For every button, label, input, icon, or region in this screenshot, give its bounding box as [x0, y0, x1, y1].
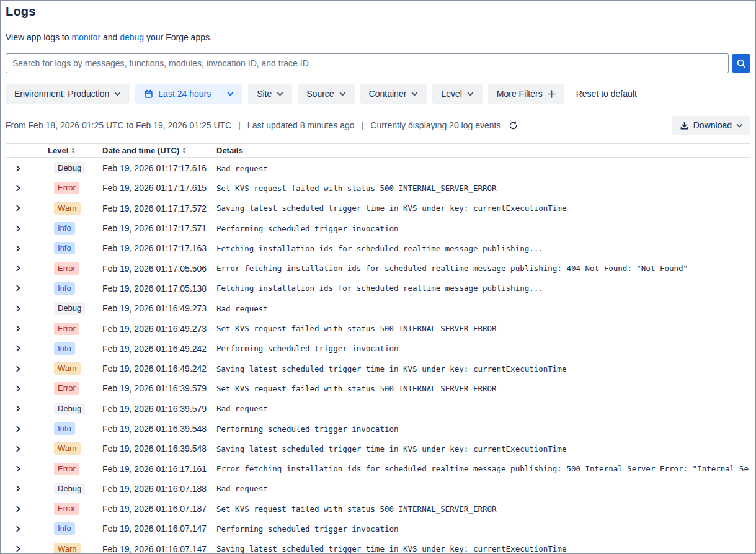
- table-row[interactable]: Debug Feb 19, 2026 01:16:49.273 Bad requ…: [6, 298, 750, 318]
- expand-row-button[interactable]: [14, 324, 23, 333]
- filter-bar: Environment: Production Last 24 hours Si…: [6, 84, 750, 104]
- table-row[interactable]: Info Feb 19, 2026 01:17:17.571 Performin…: [6, 218, 750, 238]
- environment-filter[interactable]: Environment: Production: [6, 84, 130, 104]
- level-cell: Error: [48, 182, 102, 194]
- table-row[interactable]: Info Feb 19, 2026 01:17:17.163 Fetching …: [6, 238, 750, 258]
- expand-row-button[interactable]: [14, 244, 23, 253]
- details-cell: Set KVS request failed with status 500 I…: [216, 184, 750, 193]
- table-row[interactable]: Error Feb 19, 2026 01:17:17.615 Set KVS …: [6, 178, 750, 198]
- container-filter[interactable]: Container: [360, 84, 427, 104]
- expand-row-button[interactable]: [14, 224, 23, 233]
- source-filter[interactable]: Source: [298, 84, 354, 104]
- sort-icon[interactable]: [71, 148, 75, 153]
- expand-row-button[interactable]: [14, 464, 23, 473]
- expand-row-button[interactable]: [14, 484, 23, 493]
- datetime-cell: Feb 19, 2026 01:17:17.615: [102, 183, 216, 193]
- level-badge: Error: [54, 262, 79, 275]
- expand-cell: [6, 224, 48, 233]
- expand-cell: [6, 344, 48, 353]
- download-button[interactable]: Download: [672, 116, 750, 135]
- refresh-button[interactable]: [507, 120, 519, 132]
- expand-row-button[interactable]: [14, 284, 23, 293]
- table-row[interactable]: Error Feb 19, 2026 01:17:05.506 Error fe…: [6, 258, 750, 278]
- expand-row-button[interactable]: [14, 264, 23, 273]
- level-cell: Warn: [48, 362, 102, 375]
- expand-row-button[interactable]: [14, 524, 23, 534]
- table-row[interactable]: Debug Feb 19, 2026 01:17:17.616 Bad requ…: [6, 158, 750, 178]
- more-filters-button[interactable]: More Filters: [488, 84, 564, 104]
- chevron-right-icon: [15, 465, 22, 472]
- level-badge: Info: [54, 422, 75, 435]
- table-row[interactable]: Warn Feb 19, 2026 01:16:49.242 Saving la…: [6, 359, 750, 378]
- sort-icon[interactable]: [182, 148, 186, 153]
- level-badge: Error: [54, 503, 79, 515]
- status-text-group: From Feb 18, 2026 01:25 UTC to Feb 19, 2…: [6, 120, 519, 132]
- chevron-down-icon: [114, 91, 121, 97]
- details-cell: Bad request: [216, 164, 750, 173]
- level-cell: Info: [48, 342, 102, 355]
- level-filter-label: Level: [441, 89, 461, 99]
- details-cell: Set KVS request failed with status 500 I…: [216, 384, 750, 393]
- expand-cell: [6, 264, 48, 273]
- level-badge: Error: [54, 463, 79, 475]
- table-row[interactable]: Warn Feb 19, 2026 01:16:07.147 Saving la…: [6, 539, 750, 554]
- reset-to-default-button[interactable]: Reset to default: [576, 89, 637, 99]
- table-row[interactable]: Debug Feb 19, 2026 01:16:07.188 Bad requ…: [6, 479, 750, 499]
- expand-row-button[interactable]: [14, 384, 23, 393]
- monitor-link[interactable]: monitor: [71, 32, 100, 42]
- datetime-cell: Feb 19, 2026 01:16:17.161: [102, 464, 216, 474]
- datetime-cell: Feb 19, 2026 01:16:39.548: [102, 424, 216, 434]
- separator: |: [362, 120, 364, 130]
- expand-row-button[interactable]: [14, 444, 23, 453]
- level-header-label: Level: [48, 146, 68, 155]
- expand-cell: [6, 384, 48, 393]
- chevron-right-icon: [15, 345, 22, 352]
- datetime-cell: Feb 19, 2026 01:17:05.138: [102, 284, 216, 293]
- table-row[interactable]: Warn Feb 19, 2026 01:16:39.548 Saving la…: [6, 439, 750, 458]
- expand-cell: [6, 444, 48, 453]
- chevron-right-icon: [15, 525, 22, 532]
- table-row[interactable]: Info Feb 19, 2026 01:17:05.138 Fetching …: [6, 279, 750, 298]
- datetime-column-header[interactable]: Date and time (UTC): [102, 146, 216, 155]
- expand-row-button[interactable]: [14, 344, 23, 353]
- table-row[interactable]: Warn Feb 19, 2026 01:17:17.572 Saving la…: [6, 199, 750, 218]
- table-row[interactable]: Info Feb 19, 2026 01:16:39.548 Performin…: [6, 419, 750, 439]
- expand-row-button[interactable]: [14, 364, 23, 373]
- expand-cell: [6, 364, 48, 373]
- level-cell: Debug: [48, 483, 102, 495]
- log-table: Level Date and time (UTC) Details Debug …: [6, 143, 750, 554]
- debug-link[interactable]: debug: [120, 32, 144, 42]
- expand-row-button[interactable]: [14, 504, 23, 514]
- chevron-right-icon: [15, 265, 22, 272]
- expand-row-button[interactable]: [14, 544, 23, 553]
- datetime-cell: Feb 19, 2026 01:16:07.188: [102, 484, 216, 494]
- details-cell: Bad request: [216, 404, 750, 413]
- expand-cell: [6, 184, 48, 193]
- level-filter[interactable]: Level: [432, 84, 482, 104]
- time-range-filter[interactable]: Last 24 hours: [135, 84, 242, 104]
- search-input[interactable]: [6, 53, 729, 73]
- table-row[interactable]: Error Feb 19, 2026 01:16:07.187 Set KVS …: [6, 499, 750, 519]
- search-button[interactable]: [732, 54, 750, 73]
- expand-row-button[interactable]: [14, 184, 23, 193]
- details-cell: Bad request: [216, 304, 750, 313]
- table-row[interactable]: Error Feb 19, 2026 01:16:49.273 Set KVS …: [6, 318, 750, 338]
- expand-row-button[interactable]: [14, 203, 23, 213]
- level-badge: Info: [54, 522, 75, 535]
- table-row[interactable]: Info Feb 19, 2026 01:16:07.147 Performin…: [6, 519, 750, 538]
- expand-cell: [6, 203, 48, 213]
- expand-row-button[interactable]: [14, 404, 23, 413]
- table-row[interactable]: Debug Feb 19, 2026 01:16:39.579 Bad requ…: [6, 399, 750, 419]
- expand-row-button[interactable]: [14, 424, 23, 434]
- table-row[interactable]: Info Feb 19, 2026 01:16:49.242 Performin…: [6, 339, 750, 359]
- level-cell: Debug: [48, 162, 102, 174]
- table-row[interactable]: Error Feb 19, 2026 01:16:39.579 Set KVS …: [6, 378, 750, 398]
- site-filter[interactable]: Site: [248, 84, 292, 104]
- details-header-label: Details: [216, 146, 243, 155]
- table-row[interactable]: Error Feb 19, 2026 01:16:17.161 Error fe…: [6, 458, 750, 478]
- level-column-header[interactable]: Level: [48, 146, 102, 155]
- expand-row-button[interactable]: [14, 164, 23, 173]
- level-badge: Info: [54, 282, 75, 295]
- expand-row-button[interactable]: [14, 304, 23, 313]
- subtitle-text: View app logs to: [6, 32, 71, 42]
